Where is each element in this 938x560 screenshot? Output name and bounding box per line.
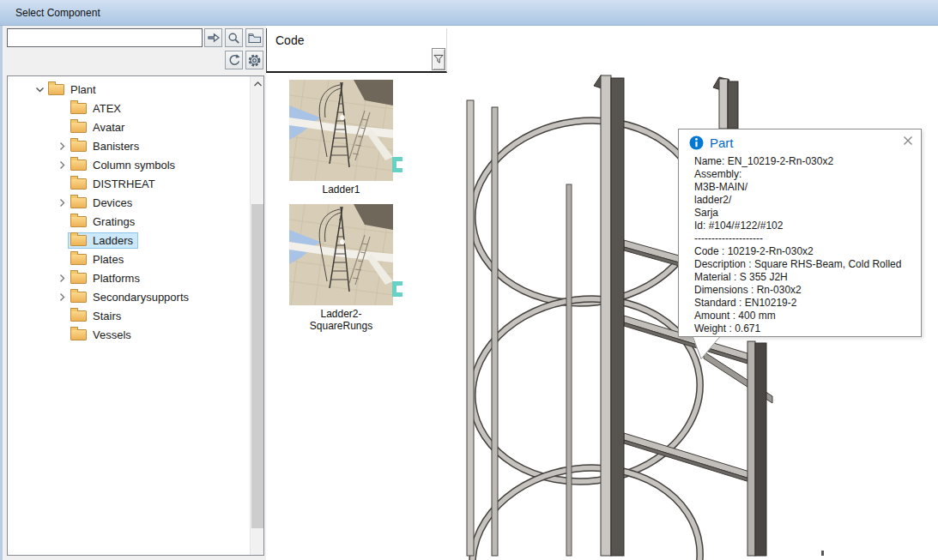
tree-item-label: ATEX <box>93 102 121 115</box>
open-folder-icon <box>248 33 262 44</box>
tree-item-devices[interactable]: Devices <box>8 193 250 212</box>
model-viewport[interactable]: Part Name: EN_10219-2-Rn-030x2 Assembly:… <box>447 26 938 560</box>
component-item-ladder1[interactable]: Ladder1 <box>289 80 393 196</box>
component-badge-icon <box>392 281 402 297</box>
folder-icon <box>70 235 87 246</box>
open-folder-button[interactable] <box>245 28 263 47</box>
tree-item-label: Plates <box>93 253 124 266</box>
go-arrow-icon <box>207 32 221 44</box>
tree-item-label: Gratings <box>93 215 135 228</box>
folder-icon <box>70 216 87 227</box>
tree-item-label: Ladders <box>93 234 133 247</box>
close-icon[interactable] <box>903 135 913 146</box>
chevron-right-icon[interactable] <box>57 196 68 208</box>
select-component-window: Select Component <box>0 0 938 560</box>
tooltip-line: Id: #104/#122/#102 <box>694 220 901 232</box>
tree-item-secondarysupports[interactable]: Secondarysupports <box>8 287 250 306</box>
tree-item-platforms[interactable]: Platforms <box>8 268 250 287</box>
tooltip-line: Name: EN_10219-2-Rn-030x2 <box>694 155 901 168</box>
tooltip-line: Material : S 355 J2H <box>694 271 901 284</box>
tooltip-pointer <box>693 337 720 360</box>
settings-button[interactable] <box>245 51 263 69</box>
ladder-thumbnail-image <box>289 204 393 305</box>
tree-item-gratings[interactable]: Gratings <box>8 212 250 231</box>
window-title: Select Component <box>15 7 100 19</box>
folder-icon <box>70 122 87 133</box>
tooltip-line: ladder2/ <box>694 194 901 207</box>
folder-icon <box>48 84 64 95</box>
tree-item-atex[interactable]: ATEX <box>8 99 250 117</box>
folder-icon <box>70 141 87 152</box>
component-badge-icon <box>392 157 402 172</box>
component-item-label: Ladder2-SquareRungs <box>289 308 393 332</box>
folder-icon <box>70 160 87 171</box>
gear-icon <box>247 53 262 68</box>
component-item-ladder2[interactable]: Ladder2-SquareRungs <box>289 204 393 332</box>
ladder-thumbnail-image <box>289 80 393 181</box>
chevron-right-icon[interactable] <box>57 159 68 171</box>
window-titlebar[interactable]: Select Component <box>0 0 938 26</box>
tree-item-column-symbols[interactable]: Column symbols <box>8 155 250 174</box>
tooltip-line: Weight : 0.671 <box>694 322 901 335</box>
tree-item-avatar[interactable]: Avatar <box>8 117 250 136</box>
component-item-label: Ladder1 <box>289 184 393 196</box>
tooltip-title: Part <box>710 135 734 150</box>
tooltip-line: Standard : EN10219-2 <box>694 297 901 310</box>
scroll-up-icon[interactable] <box>251 76 264 91</box>
column-header-label: Code <box>275 33 304 47</box>
component-list-panel: Code <box>266 26 447 560</box>
magnifier-icon <box>227 32 240 45</box>
browser-panel: Plant ATEX Avatar <box>3 26 266 560</box>
tree-item-label: Stairs <box>93 310 121 322</box>
tree-item-label: Secondarysupports <box>93 291 189 304</box>
tooltip-line: Dimensions : Rn-030x2 <box>694 284 901 297</box>
go-button[interactable] <box>204 28 222 47</box>
tree-item-label: Plant <box>70 83 96 96</box>
folder-icon <box>70 197 87 208</box>
tree-item-distrheat[interactable]: DISTRHEAT <box>8 174 250 193</box>
folder-icon <box>70 103 87 114</box>
folder-icon <box>70 329 87 340</box>
chevron-down-icon[interactable] <box>34 83 45 95</box>
tree-item-label: DISTRHEAT <box>93 178 155 190</box>
tooltip-line: Assembly: <box>694 168 901 181</box>
tree-item-label: Devices <box>93 196 132 209</box>
folder-icon <box>70 310 87 322</box>
search-button[interactable] <box>225 28 243 47</box>
tooltip-separator: -------------------- <box>694 232 901 245</box>
tree-scrollbar[interactable] <box>250 76 263 555</box>
tree-item-plant[interactable]: Plant <box>8 80 250 99</box>
chevron-right-icon[interactable] <box>57 140 68 152</box>
chevron-right-icon[interactable] <box>57 291 68 303</box>
tree-item-label: Platforms <box>93 272 140 285</box>
refresh-icon <box>227 53 241 67</box>
code-column-header[interactable]: Code <box>266 28 447 73</box>
tree-item-label: Vessels <box>93 328 131 341</box>
filter-button[interactable] <box>432 48 445 70</box>
tree-item-label: Avatar <box>93 121 124 134</box>
folder-icon <box>70 254 87 265</box>
chevron-right-icon[interactable] <box>57 272 68 284</box>
folder-icon <box>70 292 87 303</box>
part-tooltip: Part Name: EN_10219-2-Rn-030x2 Assembly:… <box>678 129 922 337</box>
tooltip-line: Description : Square RHS-Beam, Cold Roll… <box>694 258 901 271</box>
tree-item-vessels[interactable]: Vessels <box>8 325 250 344</box>
tree-item-label: Column symbols <box>93 159 175 172</box>
refresh-button[interactable] <box>225 51 243 69</box>
tooltip-line: Amount : 400 mm <box>694 310 901 322</box>
tree-item-stairs[interactable]: Stairs <box>8 306 250 325</box>
tree-item-plates[interactable]: Plates <box>8 250 250 268</box>
folder-icon <box>70 273 87 284</box>
tree-item-label: Banisters <box>93 140 139 153</box>
scrollbar-thumb[interactable] <box>251 204 263 528</box>
tooltip-body: Name: EN_10219-2-Rn-030x2 Assembly: M3B-… <box>694 155 901 335</box>
folder-tree: Plant ATEX Avatar <box>7 75 264 556</box>
folder-icon <box>70 178 87 190</box>
search-input[interactable] <box>7 28 203 47</box>
funnel-icon <box>433 54 444 64</box>
tooltip-line: M3B-MAIN/ <box>694 181 901 194</box>
tree-item-ladders[interactable]: Ladders <box>8 231 250 250</box>
tree-item-banisters[interactable]: Banisters <box>8 136 250 155</box>
info-icon <box>689 135 704 150</box>
tooltip-line: Code : 10219-2-Rn-030x2 <box>694 245 901 258</box>
